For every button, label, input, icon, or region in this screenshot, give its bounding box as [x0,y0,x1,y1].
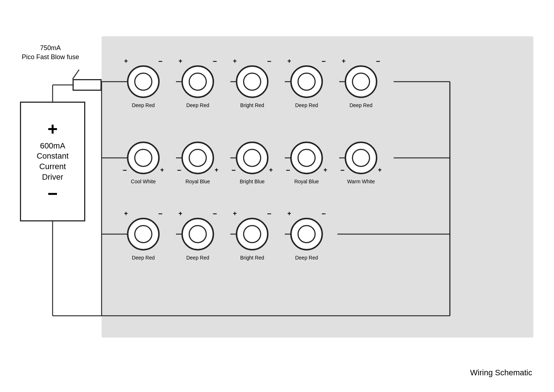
led-r1-4-label: Deep Red [295,102,318,108]
led-row3-4: + − Deep Red [290,218,323,250]
led-r1-3-label: Bright Red [240,102,264,108]
schematic-label: Wiring Schematic [470,368,532,377]
led-r1-5-minus: − [376,57,380,66]
led-r1-1-label: Deep Red [132,102,155,108]
led-r2-2-plus: + [214,166,218,174]
fuse-label: 750mA Pico Fast Blow fuse [22,44,79,62]
led-r3-2-minus: − [213,210,217,218]
led-row1-2: + − Deep Red [181,65,214,98]
led-r3-4-plus: + [287,210,291,217]
led-r3-1-minus: − [158,210,163,218]
svg-line-0 [73,70,79,79]
led-r3-3-label: Bright Red [240,255,264,261]
led-r2-5-minus: − [340,166,345,175]
led-row1-5: + − Deep Red [345,65,377,98]
led-r1-2-minus: − [213,57,217,66]
led-r1-2-plus: + [178,57,182,65]
led-row2-4: − + Royal Blue [290,142,323,174]
led-r3-3-minus: − [267,210,271,218]
led-r3-2-plus: + [178,210,182,217]
led-r1-3-minus: − [267,57,271,66]
led-r1-3-plus: + [233,57,237,65]
led-r1-1-plus: + [124,57,128,65]
led-r1-2-label: Deep Red [186,102,209,108]
led-row2-1: − + Cool White [127,142,160,174]
driver-label: 600mAConstantCurrentDriver [37,141,69,182]
driver-box: + 600mAConstantCurrentDriver − [20,102,85,221]
led-r1-5-label: Deep Red [349,102,372,108]
led-r2-4-label: Royal Blue [294,179,319,184]
led-r2-1-plus: + [160,166,164,174]
led-r2-5-plus: + [378,166,382,174]
led-r1-4-minus: − [321,57,326,66]
driver-plus-symbol: + [48,121,58,138]
led-row3-3: + − Bright Red [236,218,268,250]
led-row3-2: + − Deep Red [181,218,214,250]
led-row2-5: − + Warm White [345,142,377,174]
led-row1-1: + − Deep Red [127,65,160,98]
led-r2-4-plus: + [323,166,327,174]
led-r2-1-minus: − [123,166,127,175]
led-r3-1-plus: + [124,210,128,217]
led-row2-3: − + Bright Blue [236,142,268,174]
led-r1-1-minus: − [158,57,163,66]
led-r2-3-plus: + [269,166,273,174]
led-r2-4-minus: − [286,166,290,175]
led-r3-1-label: Deep Red [132,255,155,261]
led-r3-3-plus: + [233,210,237,217]
led-r2-3-minus: − [231,166,236,175]
led-r2-2-label: Royal Blue [185,179,210,184]
led-row2-2: − + Royal Blue [181,142,214,174]
page: 750mA Pico Fast Blow fuse + 600mAConstan… [0,0,554,392]
led-r2-1-label: Cool White [131,179,156,184]
led-r1-4-plus: + [287,57,291,65]
driver-minus-symbol: − [48,185,58,203]
led-r1-5-plus: + [342,57,346,65]
led-row1-3: + − Bright Red [236,65,268,98]
led-r2-2-minus: − [177,166,181,175]
led-r3-4-label: Deep Red [295,255,318,261]
led-row1-4: + − Deep Red [290,65,323,98]
fuse-box [73,79,102,91]
led-row3-1: + − Deep Red [127,218,160,250]
led-r3-2-label: Deep Red [186,255,209,261]
led-r3-4-minus: − [321,210,326,218]
led-r2-5-label: Warm White [347,179,375,184]
led-r2-3-label: Bright Blue [240,179,264,184]
